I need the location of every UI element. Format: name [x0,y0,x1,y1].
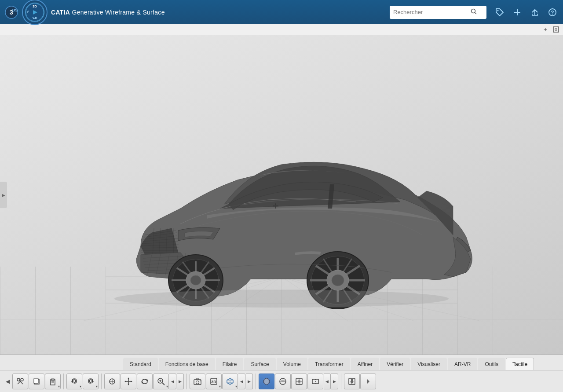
shading-icon [262,377,271,386]
tab-surface[interactable]: Surface [244,358,275,370]
view-prev-button[interactable]: ◀ [238,374,245,389]
secondary-add-button[interactable]: + [541,25,550,34]
tab-volume[interactable]: Volume [277,358,307,370]
pan-button[interactable] [121,374,136,389]
camera-tools: 3D ◀ ▶ [190,374,253,389]
svg-text:3D: 3D [211,380,216,384]
view-3d-icon [226,377,234,386]
svg-line-9 [475,13,477,15]
clipboard-tools [12,374,61,389]
svg-marker-66 [124,381,126,382]
secondary-expand-button[interactable] [552,25,560,34]
undo-button[interactable] [66,374,82,389]
copy-button[interactable] [29,374,44,389]
paste-button[interactable] [45,374,61,389]
search-button[interactable] [471,8,477,16]
header-bar: 3 DS 3D V.R i° CATIA Generative Wirefram… [0,0,563,24]
svg-rect-15 [553,27,559,32]
toolbar-expand-left[interactable]: ◀ [4,374,11,389]
export-button[interactable] [344,374,360,389]
zoom-icon [157,377,165,386]
svg-point-8 [472,9,475,13]
add-button[interactable] [511,6,523,18]
camera-icon [193,377,202,385]
render-button[interactable] [291,374,307,389]
search-input[interactable] [393,9,468,15]
copy-icon [33,377,40,385]
car-model: ✛ [84,79,479,321]
pan-icon [124,377,133,386]
help-button[interactable]: ? [546,6,559,18]
share-icon [530,8,539,17]
section-icon [311,377,320,386]
view-orientation-button[interactable]: 3D [206,374,222,389]
compass-inner: 3D V.R i° [25,3,44,22]
scissors-button[interactable] [12,374,28,389]
zoom-fit-icon [108,377,117,386]
viewport[interactable]: ▶ [0,35,563,355]
svg-line-71 [162,383,165,385]
svg-point-34 [190,275,201,285]
zoom-fit-button[interactable] [104,374,120,389]
zoom-button[interactable] [153,374,169,389]
undo-redo-tools [66,374,99,389]
zoom-prev-button[interactable]: ◀ [169,374,176,389]
svg-rect-54 [51,379,54,381]
svg-text:i°: i° [27,11,29,14]
svg-text:✛: ✛ [273,202,278,210]
search-bar [390,6,486,19]
expand-right-button[interactable] [360,374,376,389]
zoom-next-button[interactable]: ▶ [177,374,184,389]
tag-button[interactable] [494,6,506,18]
scissors-icon [16,377,25,386]
tab-standard[interactable]: Standard [123,358,158,370]
app-title: CATIA Generative Wireframe & Surface [51,9,386,16]
section-prev-button[interactable]: ◀ [324,374,331,389]
tab-ar-vr[interactable]: AR-VR [448,358,477,370]
camera-button[interactable] [190,374,205,389]
bottom-toolbar: ◀ [0,370,563,392]
section-button[interactable] [307,374,323,389]
svg-rect-52 [34,379,38,383]
shading-tools: ◀ ▶ [259,374,338,389]
ds-logo: 3 DS [4,5,18,19]
tab-verifier[interactable]: Vérifier [380,358,410,370]
separator-2 [101,374,102,389]
expand-right-icon [366,377,371,386]
view-next-button[interactable]: ▶ [246,374,253,389]
svg-point-44 [332,275,344,286]
tab-affiner[interactable]: Affiner [351,358,379,370]
left-panel-handle[interactable]: ▶ [0,182,7,208]
plus-icon [513,8,522,17]
tab-fonctions-de-base[interactable]: Fonctions de base [159,358,215,370]
tab-filaire[interactable]: Filaire [216,358,244,370]
tab-tactile[interactable]: Tactile [506,358,534,370]
svg-point-45 [114,290,449,308]
compass-widget[interactable]: 3D V.R i° [22,0,48,25]
svg-point-75 [196,381,199,384]
header-right: ? [494,6,559,18]
separator-3 [186,374,187,389]
separator-5 [341,374,341,389]
separator-1 [63,374,64,389]
help-icon: ? [548,8,557,17]
tab-transformer[interactable]: Transformer [308,358,350,370]
tab-visualiser[interactable]: Visualiser [411,358,447,370]
share-button[interactable] [529,6,541,18]
shading-button[interactable] [259,374,274,389]
expand-icon [552,26,559,33]
render-icon [295,377,303,386]
view-3d-button[interactable] [222,374,238,389]
tab-outils[interactable]: Outils [478,358,505,370]
final-tools [344,374,376,389]
svg-marker-67 [131,381,132,382]
svg-text:3D: 3D [33,4,37,8]
material-icon [278,377,287,386]
material-button[interactable] [275,374,291,389]
rotate-button[interactable] [137,374,153,389]
redo-icon [86,377,95,386]
separator-4 [256,374,256,389]
redo-button[interactable] [83,374,99,389]
section-next-button[interactable]: ▶ [331,374,338,389]
svg-text:V.R: V.R [32,16,37,19]
